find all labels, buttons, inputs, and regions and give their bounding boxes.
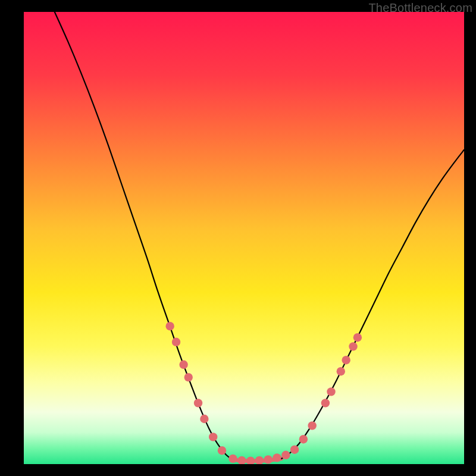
data-marker	[349, 342, 357, 350]
data-marker	[264, 455, 273, 464]
data-marker	[218, 446, 226, 455]
data-marker	[184, 373, 193, 381]
data-marker	[209, 433, 217, 441]
data-marker	[172, 338, 180, 346]
data-marker	[327, 387, 335, 396]
plot-svg	[24, 12, 464, 464]
watermark-text: TheBottleneck.com	[368, 1, 472, 15]
data-marker	[200, 415, 208, 423]
data-marker	[281, 451, 290, 459]
plot-area	[24, 12, 464, 464]
data-marker	[179, 361, 187, 369]
data-marker	[228, 455, 237, 463]
data-marker	[299, 435, 308, 443]
data-marker	[342, 356, 350, 364]
gradient-background	[24, 12, 464, 464]
data-marker	[194, 399, 202, 407]
data-marker	[308, 421, 317, 430]
data-marker	[273, 453, 281, 462]
chart-frame: TheBottleneck.com	[0, 0, 476, 476]
data-marker	[290, 445, 299, 453]
data-marker	[353, 333, 362, 342]
data-marker	[337, 367, 345, 375]
data-marker	[165, 322, 174, 330]
data-marker	[321, 399, 330, 407]
